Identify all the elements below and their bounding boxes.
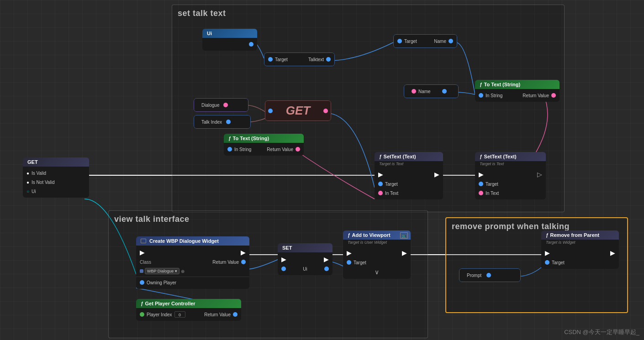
ts2-instring-label: In String	[234, 147, 251, 152]
dialogue-label: Dialogue	[201, 103, 219, 108]
set-text1-target-pin	[378, 182, 383, 186]
dialogue-pin	[223, 103, 228, 107]
player-index-label: Player Index	[147, 312, 172, 317]
ui-out-pin	[249, 42, 253, 47]
get-player-ctrl-node: ƒ Get Player Controller Player Index 0 R…	[136, 299, 241, 321]
rfp-target-pin	[545, 260, 549, 265]
set-label: SET	[282, 245, 292, 251]
target-name-in-pin	[397, 39, 402, 43]
create-wbp-header: Create WBP Dialogue Widget	[136, 236, 249, 246]
set-text2-exec-in: ▶	[479, 171, 484, 178]
to-text-string1-label: To Text (String)	[484, 82, 521, 87]
set-text1-exec-out: ▶	[434, 171, 439, 178]
target-label: Target	[275, 57, 288, 62]
name-node: Name	[404, 84, 459, 98]
get-player-ctrl-header: ƒ Get Player Controller	[136, 299, 241, 308]
set-text2-target-label: Target	[486, 182, 498, 187]
get-center-label: GET	[286, 104, 310, 118]
watermark: CSDN @今天一定早睡早起_	[564, 328, 639, 336]
remove-from-parent-header: ƒ Remove from Parent	[541, 230, 619, 240]
add-to-viewport-header: 📺 ƒ Add to Viewport	[343, 230, 411, 240]
ts1-returnval-pin	[551, 93, 556, 98]
remove-from-parent-node: ƒ Remove from Parent Target is Widget ▶ …	[541, 230, 619, 269]
remove-from-parent-label: Remove from Parent	[550, 232, 600, 238]
remove-from-parent-subtitle: Target is Widget	[541, 240, 619, 246]
set-in-pin	[281, 267, 286, 271]
target-talktext-node: Target Talktext	[264, 52, 335, 66]
talk-index-pin	[226, 120, 231, 124]
set-text2-node: ƒ SetText (Text) Target is Text ▶ ▷ Targ…	[475, 152, 546, 199]
talktext-out-pin	[326, 57, 331, 62]
player-index-value[interactable]: 0	[174, 311, 185, 318]
player-ctrl-returnval-pin	[233, 312, 238, 317]
player-index-pin	[140, 312, 144, 317]
set-node: SET ▶ ▶ Ui	[278, 243, 333, 275]
to-text-string2-node: ƒ To Text (String) In String Return Valu…	[224, 134, 304, 156]
set-text1-node: ƒ SetText (Text) Target is Text ▶ ▶ Targ…	[375, 152, 443, 199]
owning-player-label: Owning Player	[147, 280, 176, 285]
prompt-label: Prompt	[467, 273, 481, 278]
set-talk-text-title: set talk text	[172, 5, 564, 22]
to-text-string1-node: ƒ To Text (String) In String Return Valu…	[475, 80, 560, 102]
prompt-node: Prompt	[459, 268, 521, 282]
get-left-label: GET	[27, 159, 38, 165]
ts2-returnval-label: Return Value	[267, 147, 293, 152]
talk-index-label: Talk Index	[201, 120, 222, 125]
monitor-icon	[141, 239, 146, 243]
view-talk-interface-title: view talk interface	[109, 211, 428, 228]
get-left-node: GET ● Is Valid ● Is Not Valid ○ Ui	[23, 157, 89, 198]
atv-exec-out: ▶	[402, 249, 407, 256]
add-to-viewport-subtitle: Target is User Widget	[343, 240, 411, 246]
set-text1-header: ƒ SetText (Text)	[375, 152, 443, 161]
to-text-string2-label: To Text (String)	[233, 136, 269, 141]
name-in-pin	[412, 89, 416, 94]
owning-player-pin	[140, 280, 144, 285]
ui-node: Ui	[202, 29, 257, 51]
talktext-label: Talktext	[308, 57, 324, 62]
set-text2-exec-out: ▷	[537, 171, 542, 178]
name-in-label: Name	[418, 89, 431, 94]
create-wbp-returnval-pin	[241, 260, 246, 264]
create-wbp-exec-in: ▶	[140, 249, 145, 256]
get-left-ui-dot: ○	[26, 189, 29, 194]
ts2-returnval-pin	[296, 147, 300, 152]
set-text2-label: SetText (Text)	[484, 154, 517, 159]
get-center-out-pin	[323, 109, 328, 113]
ui-label: Ui	[207, 31, 212, 36]
set-text2-subtitle: Target is Text	[475, 161, 546, 167]
talk-index-node: Talk Index	[194, 115, 251, 129]
add-to-viewport-node: 📺 ƒ Add to Viewport Target is User Widge…	[343, 230, 411, 279]
set-header: SET	[278, 243, 333, 252]
dialogue-node: Dialogue	[194, 98, 248, 112]
get-left-ui-label: Ui	[32, 189, 36, 194]
name-out-label: Name	[434, 39, 446, 44]
prompt-out-pin	[486, 273, 491, 277]
get-left-exec-in: ●	[26, 171, 29, 176]
search-icon[interactable]: ⊕	[181, 269, 185, 274]
ts2-instring-pin	[227, 147, 232, 152]
set-text1-target-label: Target	[385, 182, 398, 187]
set-ui-label: Ui	[303, 267, 307, 272]
set-exec-out: ▶	[324, 256, 329, 263]
set-text2-intext-pin	[479, 191, 483, 195]
rfp-target-label: Target	[552, 260, 565, 265]
create-wbp-exec-out: ▶	[241, 249, 246, 256]
target-name-in-label: Target	[404, 39, 417, 44]
wbp-dialogue-pin	[140, 269, 143, 273]
get-center-in-pin	[268, 109, 273, 113]
set-text1-exec-in: ▶	[378, 171, 383, 178]
set-text1-subtitle: Target is Text	[375, 161, 443, 167]
ts1-instring-label: In String	[486, 93, 502, 98]
wbp-dropdown[interactable]: WBP Dialogue ▾	[145, 268, 179, 274]
name-out-pin	[449, 39, 453, 43]
monitor-icon2: 📺	[400, 232, 408, 239]
class-label: Class	[140, 260, 151, 265]
set-out-pin	[324, 267, 329, 271]
create-wbp-node: Create WBP Dialogue Widget ▶ ▶ Class Ret…	[136, 236, 249, 289]
target-name-node: Target Name	[393, 34, 457, 48]
set-text2-header: ƒ SetText (Text)	[475, 152, 546, 161]
add-to-viewport-label: Add to Viewport	[352, 232, 391, 238]
atv-exec-in: ▶	[347, 249, 352, 256]
player-ctrl-returnval-label: Return Value	[204, 312, 231, 317]
get-left-isvalid-label: Is Valid	[32, 171, 46, 176]
